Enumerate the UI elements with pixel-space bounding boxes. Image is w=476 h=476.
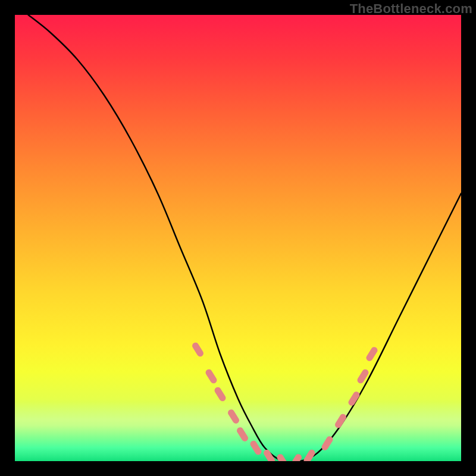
curve-layer — [15, 15, 461, 461]
curve-marker — [227, 408, 240, 425]
curve-marker — [347, 390, 361, 407]
curve-marker — [191, 342, 205, 358]
curve-marker — [262, 449, 276, 461]
curve-marker — [334, 413, 347, 430]
curve-marker — [365, 346, 378, 362]
curve-marker — [356, 368, 369, 385]
curve-marker — [204, 368, 218, 385]
chart-stage: TheBottleneck.com — [0, 0, 476, 476]
curve-marker — [236, 426, 249, 443]
curve-marker — [289, 453, 303, 461]
curve-marker — [302, 449, 316, 461]
curve-markers — [191, 342, 379, 461]
curve-marker — [275, 453, 289, 461]
bottleneck-curve — [29, 15, 462, 461]
curve-marker — [213, 386, 227, 403]
plot-area — [15, 15, 461, 461]
curve-marker — [320, 435, 334, 452]
